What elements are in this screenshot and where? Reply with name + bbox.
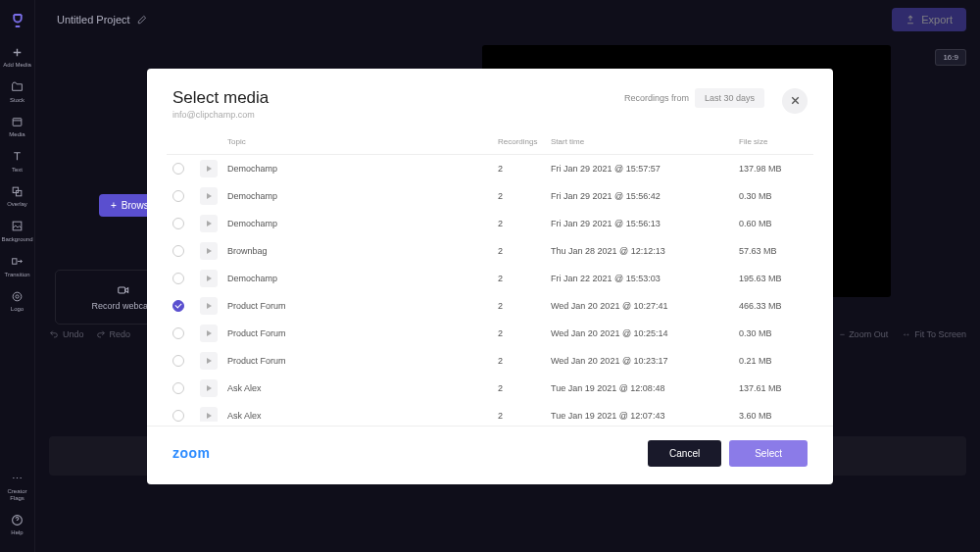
cancel-button[interactable]: Cancel	[648, 440, 721, 467]
modal-subtitle: info@clipchamp.com	[172, 110, 269, 120]
row-start: Wed Jan 20 2021 @ 10:25:14	[551, 328, 739, 338]
row-topic: Ask Alex	[227, 383, 498, 393]
play-icon	[207, 166, 212, 172]
play-icon	[207, 385, 212, 391]
table-row[interactable]: Demochamp 2 Fri Jan 29 2021 @ 15:56:42 0…	[167, 182, 813, 210]
row-start: Wed Jan 20 2021 @ 10:23:17	[551, 356, 739, 366]
row-radio[interactable]	[172, 410, 184, 422]
play-button[interactable]	[200, 242, 218, 260]
row-radio[interactable]	[172, 190, 184, 202]
row-recordings: 2	[498, 356, 551, 366]
close-button[interactable]	[782, 88, 808, 114]
row-size: 0.21 MB	[739, 356, 808, 366]
modal-overlay: Select media info@clipchamp.com Recordin…	[0, 0, 980, 552]
table-row[interactable]: Brownbag 2 Thu Jan 28 2021 @ 12:12:13 57…	[167, 237, 813, 265]
row-recordings: 2	[498, 274, 551, 283]
play-icon	[207, 303, 212, 309]
play-button[interactable]	[200, 187, 218, 205]
row-size: 137.98 MB	[739, 164, 808, 174]
table-header: Topic Recordings Start time File size	[167, 129, 813, 155]
modal-footer: zoom Cancel Select	[147, 426, 833, 484]
row-radio[interactable]	[172, 163, 184, 175]
play-button[interactable]	[200, 379, 218, 397]
table-body[interactable]: Demochamp 2 Fri Jan 29 2021 @ 15:57:57 1…	[167, 155, 813, 422]
play-button[interactable]	[200, 215, 218, 232]
recordings-from-label: Recordings from	[624, 93, 689, 103]
row-size: 57.63 MB	[739, 246, 808, 256]
row-radio[interactable]	[172, 300, 184, 312]
table-row[interactable]: Demochamp 2 Fri Jan 29 2021 @ 15:57:57 1…	[167, 155, 813, 182]
select-media-modal: Select media info@clipchamp.com Recordin…	[147, 69, 833, 484]
col-recordings: Recordings	[498, 137, 551, 146]
play-button[interactable]	[200, 297, 218, 315]
modal-title: Select media	[172, 88, 269, 108]
play-icon	[207, 330, 212, 336]
row-radio[interactable]	[172, 218, 184, 229]
recordings-from-select[interactable]: Last 30 days	[695, 88, 764, 108]
row-topic: Demochamp	[227, 191, 498, 201]
row-topic: Ask Alex	[227, 411, 498, 421]
play-icon	[207, 248, 212, 254]
row-recordings: 2	[498, 246, 551, 256]
col-start: Start time	[551, 137, 739, 146]
play-button[interactable]	[200, 325, 218, 342]
play-button[interactable]	[200, 270, 218, 287]
play-icon	[207, 221, 212, 226]
table-row[interactable]: Product Forum 2 Wed Jan 20 2021 @ 10:27:…	[167, 292, 813, 320]
play-button[interactable]	[200, 407, 218, 422]
select-button[interactable]: Select	[729, 440, 808, 467]
table-row[interactable]: Ask Alex 2 Tue Jan 19 2021 @ 12:08:48 13…	[167, 375, 813, 402]
row-topic: Demochamp	[227, 164, 498, 174]
row-recordings: 2	[498, 191, 551, 201]
row-radio[interactable]	[172, 273, 184, 284]
table-row[interactable]: Demochamp 2 Fri Jan 29 2021 @ 15:56:13 0…	[167, 210, 813, 237]
modal-header: Select media info@clipchamp.com Recordin…	[147, 69, 833, 129]
col-size: File size	[739, 137, 808, 146]
row-size: 137.61 MB	[739, 383, 808, 393]
play-button[interactable]	[200, 352, 218, 370]
row-size: 195.63 MB	[739, 274, 808, 283]
row-topic: Demochamp	[227, 274, 498, 283]
row-start: Fri Jan 29 2021 @ 15:56:42	[551, 191, 739, 201]
row-topic: Product Forum	[227, 328, 498, 338]
table-row[interactable]: Product Forum 2 Wed Jan 20 2021 @ 10:25:…	[167, 320, 813, 347]
row-recordings: 2	[498, 411, 551, 421]
row-size: 0.30 MB	[739, 191, 808, 201]
row-size: 0.60 MB	[739, 219, 808, 228]
row-size: 0.30 MB	[739, 328, 808, 338]
row-recordings: 2	[498, 383, 551, 393]
row-topic: Product Forum	[227, 356, 498, 366]
row-start: Fri Jan 29 2021 @ 15:57:57	[551, 164, 739, 174]
play-icon	[207, 358, 212, 364]
play-icon	[207, 193, 212, 199]
col-topic: Topic	[227, 137, 498, 146]
row-radio[interactable]	[172, 245, 184, 257]
row-start: Tue Jan 19 2021 @ 12:07:43	[551, 411, 739, 421]
row-start: Tue Jan 19 2021 @ 12:08:48	[551, 383, 739, 393]
row-radio[interactable]	[172, 327, 184, 339]
play-icon	[207, 413, 212, 419]
row-start: Wed Jan 20 2021 @ 10:27:41	[551, 301, 739, 311]
zoom-logo: zoom	[172, 445, 211, 461]
table-row[interactable]: Product Forum 2 Wed Jan 20 2021 @ 10:23:…	[167, 347, 813, 375]
row-size: 466.33 MB	[739, 301, 808, 311]
row-start: Thu Jan 28 2021 @ 12:12:13	[551, 246, 739, 256]
close-icon	[789, 94, 802, 107]
play-button[interactable]	[200, 160, 218, 177]
row-recordings: 2	[498, 164, 551, 174]
row-recordings: 2	[498, 301, 551, 311]
row-topic: Product Forum	[227, 301, 498, 311]
row-radio[interactable]	[172, 355, 184, 367]
row-radio[interactable]	[172, 382, 184, 394]
table-row[interactable]: Demochamp 2 Fri Jan 22 2021 @ 15:53:03 1…	[167, 265, 813, 292]
row-recordings: 2	[498, 219, 551, 228]
row-start: Fri Jan 29 2021 @ 15:56:13	[551, 219, 739, 228]
table-row[interactable]: Ask Alex 2 Tue Jan 19 2021 @ 12:07:43 3.…	[167, 402, 813, 422]
row-start: Fri Jan 22 2021 @ 15:53:03	[551, 274, 739, 283]
row-recordings: 2	[498, 328, 551, 338]
play-icon	[207, 276, 212, 281]
row-topic: Brownbag	[227, 246, 498, 256]
row-topic: Demochamp	[227, 219, 498, 228]
row-size: 3.60 MB	[739, 411, 808, 421]
